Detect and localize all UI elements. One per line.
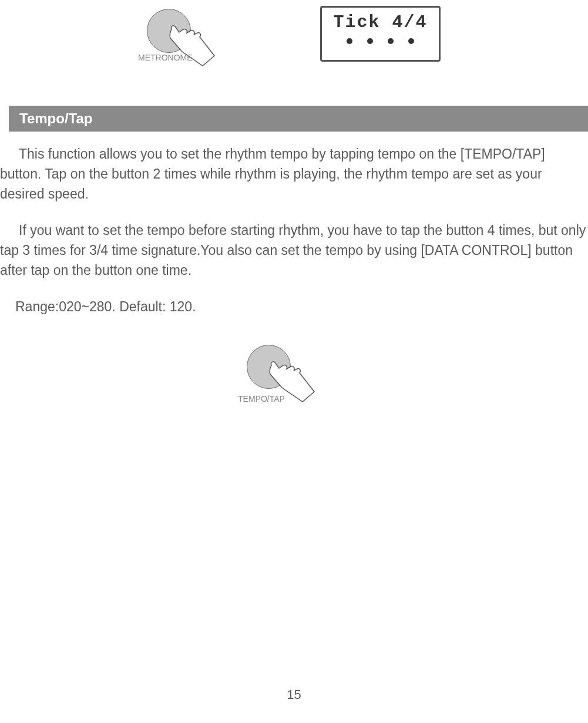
- lcd-display: Tick 4/4: [320, 6, 441, 62]
- paragraph-1-text: This function allows you to set the rhyt…: [0, 146, 545, 201]
- beat-dot-icon: [347, 38, 352, 44]
- metronome-button-label: METRONOME: [138, 53, 193, 62]
- top-diagram: METRONOME Tick 4/4: [0, 6, 588, 76]
- metronome-button-press-illustration: METRONOME: [147, 9, 191, 53]
- tempo-button-press-illustration: TEMPO/TAP: [247, 345, 291, 389]
- section-header: Tempo/Tap: [9, 106, 588, 132]
- beat-dot-icon: [367, 38, 373, 44]
- tempo-button-label: TEMPO/TAP: [238, 389, 285, 409]
- paragraph-3-text: Range:020~280. Default: 120.: [15, 299, 196, 314]
- body-text: This function allows you to set the rhyt…: [0, 144, 588, 415]
- paragraph-2: If you want to set the tempo before star…: [0, 220, 588, 280]
- page-number: 15: [0, 687, 588, 702]
- beat-dot-icon: [388, 38, 394, 44]
- paragraph-2-text: If you want to set the tempo before star…: [0, 223, 586, 278]
- lcd-text: Tick 4/4: [329, 12, 432, 32]
- tempo-diagram: TEMPO/TAP: [0, 333, 588, 415]
- paragraph-3: Range:020~280. Default: 120.: [0, 297, 588, 317]
- lcd-beat-dots: [329, 38, 432, 44]
- beat-dot-icon: [408, 38, 414, 44]
- paragraph-1: This function allows you to set the rhyt…: [0, 144, 588, 204]
